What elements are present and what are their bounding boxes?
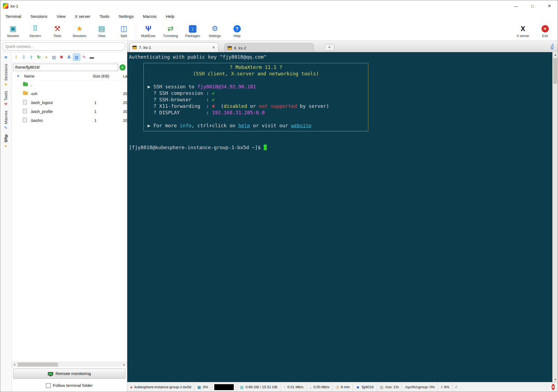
multiexec-button[interactable]: Ψ MultiExec — [137, 22, 159, 40]
sftp-horizontal-scrollbar[interactable]: ◂ ▸ — [12, 362, 127, 367]
column-name[interactable]: Name — [24, 74, 35, 78]
menu-xserver[interactable]: X server — [70, 12, 95, 21]
scrollbar-thumb[interactable] — [18, 363, 58, 367]
statusbar-disk-root: /: 6% — [438, 382, 453, 392]
menu-tools[interactable]: Tools — [95, 12, 114, 21]
edit-button[interactable]: ✎ — [81, 53, 88, 61]
sidebar-item-macros[interactable]: Macros ✎ — [4, 110, 8, 130]
tools-icon: ⚒ — [54, 24, 61, 33]
file-row-ssh[interactable]: .ssh 20 — [12, 89, 127, 98]
terminal-scrollbar[interactable]: ▲ ▼ — [552, 52, 558, 382]
split-button[interactable]: ◫ Split — [113, 22, 135, 40]
close-button[interactable]: ✕ — [541, 0, 558, 12]
info-link[interactable]: info — [180, 123, 191, 128]
exit-button[interactable]: ✕ Exit — [534, 22, 556, 40]
parent-folder-button[interactable]: ⇧ — [12, 53, 20, 61]
macros-icon: ✎ — [4, 126, 8, 130]
check-icon: ✔ — [212, 90, 215, 96]
file-row-parent[interactable]: .. — [12, 80, 127, 89]
statusbar-memory: ▥ 0.66 GB / 15.51 GB — [237, 382, 280, 392]
follow-terminal-folder-row: Follow terminal folder — [12, 379, 127, 392]
new-folder-button[interactable]: + — [43, 53, 50, 61]
menu-terminal[interactable]: Terminal — [1, 12, 26, 21]
scroll-down-icon[interactable]: ▼ — [553, 377, 558, 382]
xserver-icon: X — [521, 24, 525, 33]
tools-icon: ⚒ — [4, 102, 8, 106]
tab-ks-2[interactable]: 8. ks-2 — [225, 43, 314, 52]
help-button[interactable]: ? Help — [226, 22, 248, 40]
quick-connect-input[interactable] — [2, 42, 125, 51]
statusbar-close: ✕ — [549, 382, 558, 392]
statusbar-close-icon[interactable]: ✕ — [552, 384, 555, 390]
user-icon: ☻ — [356, 385, 360, 389]
upload-button[interactable]: ⇪ — [28, 53, 35, 61]
download-button[interactable]: ⇩ — [20, 53, 27, 61]
terminal-column: 7. ks-1 ✕ 8. ks-2 + Authenticating with … — [127, 41, 558, 392]
scroll-up-icon[interactable]: ▲ — [553, 52, 558, 57]
refresh-button[interactable]: ↻ — [35, 53, 42, 61]
shell-prompt: [fjy8018@kubesphere-instance-group-1-bx5… — [129, 144, 551, 151]
attachments-icon[interactable] — [550, 43, 554, 50]
remote-monitoring-button[interactable]: Remote monitoring — [13, 368, 125, 379]
minimize-button[interactable]: — — [507, 0, 524, 12]
terminal-tab-icon — [228, 46, 232, 50]
scroll-right-icon[interactable]: ▸ — [122, 363, 127, 366]
menu-help[interactable]: Help — [161, 12, 179, 21]
exit-icon: ✕ — [542, 25, 549, 32]
file-icon — [23, 109, 27, 113]
maximize-button[interactable]: □ — [524, 0, 541, 12]
sftp-path-input[interactable] — [13, 64, 118, 71]
encoding-button[interactable]: A — [65, 53, 73, 61]
tunneling-button[interactable]: ⇄ Tunneling — [159, 22, 182, 40]
follow-terminal-checkbox[interactable] — [46, 383, 51, 388]
terminal-cursor — [264, 145, 267, 150]
delete-button[interactable]: ✖ — [58, 53, 65, 61]
file-row-bashrc[interactable]: .bashrc 1 20 — [12, 116, 127, 125]
scrollbar-thumb[interactable] — [553, 58, 557, 84]
menu-settings[interactable]: Settings — [114, 12, 138, 21]
banner-x11-line: ? X11-forwarding : ✘ (disabled or not su… — [144, 103, 368, 109]
xserver-button[interactable]: X X server — [512, 22, 534, 40]
monitor-icon — [48, 372, 53, 376]
view-button[interactable]: ▤ View — [91, 22, 113, 40]
settings-button[interactable]: ⚙ Settings — [204, 22, 226, 40]
view-icon: ▤ — [98, 24, 105, 33]
columns-view-button[interactable]: ▥ — [73, 53, 80, 61]
tree-expander-icon[interactable]: ▼ — [16, 74, 20, 78]
servers-button[interactable]: ⠿ Servers — [24, 22, 46, 40]
split-icon: ◫ — [120, 24, 127, 33]
collapse-sidebar-icon[interactable]: « — [4, 54, 7, 60]
menu-macros[interactable]: Macros — [138, 12, 161, 21]
sidebar-item-sftp[interactable]: Sftp ● — [4, 134, 8, 148]
tools-button[interactable]: ⚒ Tools — [46, 22, 68, 40]
tab-close-icon[interactable]: ✕ — [212, 45, 216, 49]
terminal-folder-button[interactable]: ▬ — [88, 53, 95, 61]
session-button[interactable]: ▣ Session — [2, 22, 24, 40]
new-file-button[interactable]: ▤ — [50, 53, 58, 61]
sidebar-item-tools[interactable]: Tools ⚒ — [4, 91, 8, 106]
terminal-screen[interactable]: Authenticating with public key "fjy8018@… — [127, 52, 558, 382]
file-row-bash-profile[interactable]: .bash_profile 1 20 — [12, 107, 127, 116]
sidebar-item-sessions[interactable]: Sessions ★ — [4, 64, 8, 86]
packages-button[interactable]: ↓ Packages — [182, 22, 204, 40]
left-panel: « Sessions ★ Tools ⚒ Macros ✎ Sftp — [0, 41, 127, 392]
sessions-button[interactable]: ★ Sessions — [68, 22, 91, 40]
website-link[interactable]: website — [291, 123, 312, 128]
column-size[interactable]: Size (KB) — [93, 74, 109, 78]
file-row-bash-logout[interactable]: .bash_logout 1 20 — [12, 98, 127, 107]
tab-ks-1[interactable]: 7. ks-1 ✕ — [129, 42, 219, 52]
menubar: Terminal Sessions View X server Tools Se… — [0, 12, 558, 21]
side-tab-strip: « Sessions ★ Tools ⚒ Macros ✎ Sftp — [0, 52, 12, 392]
menu-sessions[interactable]: Sessions — [26, 12, 52, 21]
app-logo-icon — [3, 3, 8, 9]
terminal-auth-line: Authenticating with public key "fjy8018@… — [129, 54, 551, 60]
statusbar: ● kubesphere-instance-group-1-bx5d ▦ 0% … — [127, 382, 558, 392]
statusbar-graph — [211, 382, 237, 392]
packages-icon: ↓ — [189, 25, 196, 33]
menu-view[interactable]: View — [52, 12, 70, 21]
new-tab-button[interactable]: + — [325, 44, 334, 51]
help-link[interactable]: help — [238, 123, 250, 128]
path-confirm-icon[interactable]: ✓ — [119, 64, 126, 71]
scroll-left-icon[interactable]: ◂ — [12, 363, 17, 366]
banner-title: ? MobaXterm 11.1 ? — [144, 64, 368, 71]
